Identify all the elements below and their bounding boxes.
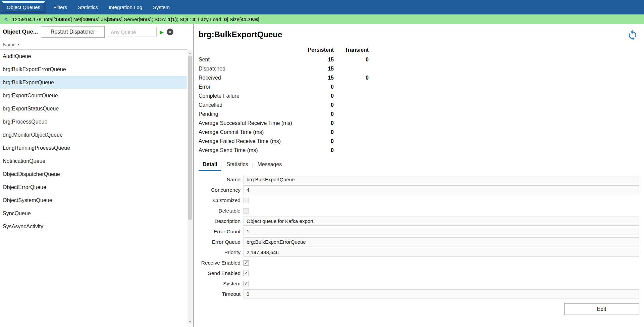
field-timeout-input[interactable] <box>244 289 639 298</box>
name-column-label: Name <box>3 42 15 47</box>
status-metric-value: 3 <box>193 16 195 22</box>
stats-row-label-received: Received <box>199 73 301 82</box>
field-receive-enabled-checkbox[interactable] <box>244 260 249 266</box>
stats-transient-value-complete-failure <box>334 91 369 100</box>
detail-tab-statistics[interactable]: Statistics <box>222 159 252 171</box>
stats-column-header-transient: Transient <box>334 47 369 55</box>
field-concurrency-input[interactable] <box>244 185 639 194</box>
queue-list-scrollbar[interactable]: ▲ ▼ <box>187 50 193 324</box>
field-label-customized: Customized <box>199 197 244 203</box>
queue-list-item-syncqueue[interactable]: SyncQueue <box>0 207 187 220</box>
queue-detail-panel: brg:BulkExportQueue PersistentTransientS… <box>194 24 644 327</box>
field-label-deletable: Deletable <box>199 208 244 214</box>
stats-row-label-complete-failure: Complete Failure <box>199 91 301 100</box>
field-label-error-count: Error Count <box>199 229 244 235</box>
form-row-timeout: Timeout <box>199 289 639 298</box>
stats-transient-value-average-successful-receive-time-ms <box>334 119 369 128</box>
status-text-segment: ]; SOA: <box>150 16 168 22</box>
queue-list-item-notificationqueue[interactable]: NotificationQueue <box>0 154 187 168</box>
stats-persistent-value-pending: 0 <box>301 109 334 119</box>
clear-search-icon[interactable]: ✕ <box>167 29 173 35</box>
stats-transient-value-error <box>334 82 369 91</box>
scroll-up-icon[interactable]: ▲ <box>187 50 193 56</box>
queue-search-input[interactable] <box>108 27 157 37</box>
refresh-icon[interactable] <box>627 30 638 42</box>
restart-dispatcher-button[interactable]: Restart Dispatcher <box>41 26 105 38</box>
queue-list-item-brg-exportcountqueue[interactable]: brg:ExportCountQueue <box>0 89 187 102</box>
scrollbar-track[interactable] <box>187 56 193 319</box>
nav-tab-filters[interactable]: Filters <box>48 0 72 14</box>
stats-transient-value-average-commit-time-ms <box>334 128 369 137</box>
sort-ascending-icon: ▲ <box>17 43 20 46</box>
field-priority-input[interactable] <box>244 248 639 257</box>
queue-list-item-objectdispatcherqueue[interactable]: ObjectDispatcherQueue <box>0 168 187 181</box>
form-row-receive-enabled: Receive Enabled <box>199 258 639 267</box>
status-text-segment: ] Size[ <box>227 16 241 22</box>
stats-row-label-error: Error <box>199 82 301 91</box>
stats-row-label-average-send-time-ms: Average Send Time (ms) <box>199 146 301 155</box>
form-row-priority: Priority <box>199 248 639 257</box>
status-metric-value: 0 <box>224 16 227 22</box>
queue-list-panel: Object Que... Restart Dispatcher ▶ ✕ Nam… <box>0 24 194 327</box>
field-name-input[interactable] <box>244 175 639 184</box>
stats-row-label-sent: Sent <box>199 55 301 64</box>
edit-button[interactable]: Edit <box>564 303 639 315</box>
stats-persistent-value-error: 0 <box>301 82 334 91</box>
status-text-segment: ; Lazy Load: <box>195 16 224 22</box>
queue-list-item-dng-monitorobjectqueue[interactable]: dng:MonitorObjectQueue <box>0 128 187 141</box>
stats-row-label-average-successful-receive-time-ms: Average Successful Receive Time (ms) <box>199 119 301 128</box>
stats-persistent-value-cancelled: 0 <box>301 100 334 109</box>
nav-tab-statistics[interactable]: Statistics <box>72 0 103 14</box>
nav-tab-system[interactable]: System <box>148 0 175 14</box>
stats-row-label-average-commit-time-ms: Average Commit Time (ms) <box>199 128 301 137</box>
scrollbar-thumb[interactable] <box>188 56 192 220</box>
status-metric-value: 9ms <box>140 16 150 22</box>
status-metric-value: 1(1) <box>168 16 177 22</box>
status-text: 12:59:04.178 Total[143ms] Net[109ms] JS[… <box>12 16 259 22</box>
collapse-status-icon[interactable]: < <box>0 16 12 22</box>
detail-tabs: Detail|Statistics|Messages <box>199 159 639 171</box>
field-label-name: Name <box>199 177 244 183</box>
queue-list-item-longrunningprocessqueue[interactable]: LongRunningProcessQueue <box>0 141 187 154</box>
queue-list-item-brg-bulkexporterrorqueue[interactable]: brg:BulkExportErrorQueue <box>0 63 187 76</box>
form-row-deletable: Deletable <box>199 206 639 215</box>
field-label-description: Description <box>199 218 244 224</box>
run-search-icon[interactable]: ▶ <box>160 30 164 35</box>
detail-header: brg:BulkExportQueue <box>199 30 639 42</box>
queue-list-item-brg-processqueue[interactable]: brg:ProcessQueue <box>0 115 187 128</box>
field-description-input[interactable] <box>244 217 639 226</box>
stats-row-label-cancelled: Cancelled <box>199 100 301 109</box>
form-row-concurrency: Concurrency <box>199 185 639 194</box>
queue-list-item-objecterrorqueue[interactable]: ObjectErrorQueue <box>0 181 187 194</box>
nav-tab-integration-log[interactable]: Integration Log <box>103 0 148 14</box>
form-row-customized: Customized <box>199 196 639 205</box>
field-system-checkbox[interactable] <box>244 281 249 286</box>
status-text-segment: ] Server[ <box>121 16 140 22</box>
queue-list-item-brg-exportstatusqueue[interactable]: brg:ExportStatusQueue <box>0 102 187 115</box>
field-error-count-input[interactable] <box>244 227 639 236</box>
field-label-error-queue: Error Queue <box>199 239 244 245</box>
detail-tab-messages[interactable]: Messages <box>253 159 286 171</box>
stats-column-header-persistent: Persistent <box>301 47 334 55</box>
field-send-enabled-checkbox[interactable] <box>244 271 249 276</box>
name-column-header[interactable]: Name ▲ <box>0 40 187 50</box>
stats-transient-value-received: 0 <box>334 73 369 82</box>
field-deletable-checkbox[interactable] <box>244 208 249 214</box>
field-customized-checkbox[interactable] <box>244 198 249 203</box>
queue-list-item-brg-bulkexportqueue[interactable]: brg:BulkExportQueue <box>0 76 187 89</box>
top-navigation-bar: Object QueuesFiltersStatisticsIntegratio… <box>0 0 644 14</box>
form-row-error-count: Error Count <box>199 227 639 236</box>
status-text-segment: ] <box>258 16 259 22</box>
nav-tab-object-queues[interactable]: Object Queues <box>2 1 45 13</box>
queue-list-item-sysasyncactivity[interactable]: SysAsyncActivity <box>0 220 187 233</box>
scroll-down-icon[interactable]: ▼ <box>187 319 193 324</box>
stats-transient-value-average-failed-receive-time-ms <box>334 137 369 146</box>
form-row-name: Name <box>199 175 639 184</box>
field-error-queue-input[interactable] <box>244 237 639 246</box>
queue-detail-title: brg:BulkExportQueue <box>199 30 282 40</box>
stats-persistent-value-average-send-time-ms: 0 <box>301 146 334 155</box>
detail-tab-detail[interactable]: Detail <box>199 159 221 171</box>
queue-stats-table: PersistentTransientSent150Dispatched15Re… <box>199 47 639 155</box>
queue-list-item-auditqueue[interactable]: AuditQueue <box>0 50 187 63</box>
queue-list-item-objectsystemqueue[interactable]: ObjectSystemQueue <box>0 194 187 207</box>
